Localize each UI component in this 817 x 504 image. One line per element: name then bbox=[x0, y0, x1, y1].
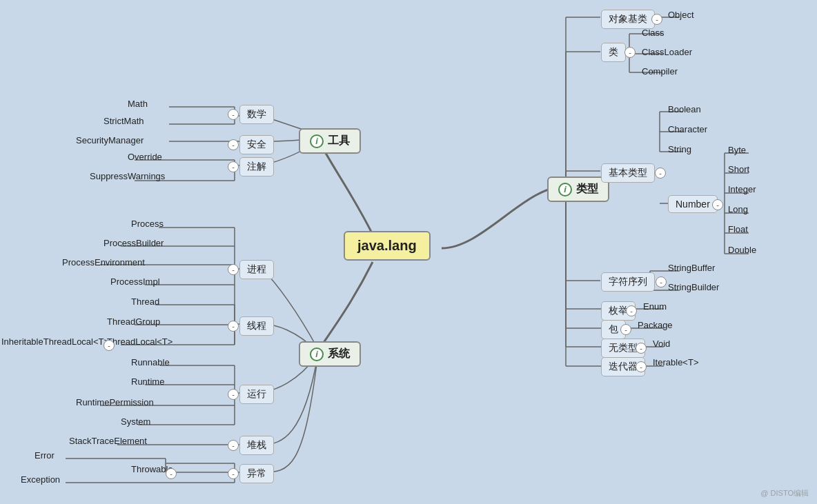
exception-group-node[interactable]: 异常 bbox=[239, 464, 274, 483]
classloader-leaf: ClassLoader bbox=[642, 47, 692, 57]
math-group-node[interactable]: 数学 bbox=[239, 105, 274, 124]
stringbuilder-leaf: StringBuilder bbox=[668, 282, 719, 292]
void-minus[interactable]: - bbox=[636, 341, 647, 354]
number-minus[interactable]: - bbox=[712, 198, 723, 210]
enum-minus[interactable]: - bbox=[626, 304, 637, 316]
override-leaf: Override bbox=[128, 152, 162, 162]
math-group-label: 数学 bbox=[247, 108, 266, 119]
class-minus[interactable]: - bbox=[624, 46, 636, 58]
left-main-1-label: 工具 bbox=[328, 134, 350, 148]
exception-group-label: 异常 bbox=[247, 467, 266, 478]
enum-leaf: Enum bbox=[643, 301, 667, 312]
threadlocal-leaf: ThreadLocal<T> bbox=[107, 336, 173, 347]
number-node[interactable]: Number bbox=[668, 195, 718, 213]
integer-leaf: Integer bbox=[728, 184, 756, 194]
stack-minus[interactable]: - bbox=[228, 439, 239, 451]
long-leaf: Long bbox=[728, 204, 748, 214]
object-leaf: Object bbox=[668, 10, 694, 20]
class-leaf: Class bbox=[642, 28, 665, 38]
compiler-leaf: Compiler bbox=[642, 66, 678, 77]
exception-leaf: Exception bbox=[21, 474, 60, 485]
center-node: java.lang bbox=[344, 231, 431, 261]
string-seq-node[interactable]: 字符序列 bbox=[601, 272, 655, 292]
void-leaf: Void bbox=[653, 339, 670, 349]
package-leaf: Package bbox=[638, 320, 673, 330]
thread-group-node[interactable]: 线程 bbox=[239, 316, 274, 336]
basic-type-label: 基本类型 bbox=[609, 167, 647, 178]
stacktraceelement-leaf: StackTraceElement bbox=[69, 436, 147, 446]
runnable-leaf: Runnable bbox=[131, 357, 170, 367]
byte-leaf: Byte bbox=[728, 145, 746, 155]
enum-label: 枚举 bbox=[609, 305, 628, 316]
center-label: java.lang bbox=[357, 238, 417, 253]
process-minus[interactable]: - bbox=[228, 263, 239, 275]
strictmath-leaf: StrictMath bbox=[104, 116, 144, 126]
watermark: @ DISTO编辑 bbox=[760, 488, 809, 498]
info-icon-2: i bbox=[310, 134, 324, 148]
security-group-label: 安全 bbox=[247, 139, 266, 150]
basic-type-node[interactable]: 基本类型 bbox=[601, 163, 655, 183]
runtime-leaf: Runtime bbox=[131, 376, 164, 387]
thread-minus[interactable]: - bbox=[228, 319, 239, 332]
right-main-label: 类型 bbox=[576, 182, 598, 196]
runtime-minus[interactable]: - bbox=[228, 387, 239, 400]
processenvironment-leaf: ProcessEnvironment bbox=[62, 257, 145, 268]
iterable-leaf: Iterable<T> bbox=[653, 357, 699, 367]
thread-leaf: Thread bbox=[131, 296, 159, 307]
runtime-group-node[interactable]: 运行 bbox=[239, 385, 274, 404]
inheritablethreadlocal-minus[interactable]: - bbox=[104, 339, 115, 351]
thread-group-label: 线程 bbox=[247, 320, 266, 331]
stack-group-node[interactable]: 堆栈 bbox=[239, 436, 274, 455]
annotation-group-node[interactable]: 注解 bbox=[239, 157, 274, 177]
package-minus[interactable]: - bbox=[620, 323, 631, 335]
stringbuffer-leaf: StringBuffer bbox=[668, 263, 715, 273]
number-label: Number bbox=[676, 199, 710, 210]
basic-type-minus[interactable]: - bbox=[655, 166, 666, 179]
throwable-minus[interactable]: - bbox=[166, 467, 177, 479]
string-leaf: String bbox=[668, 144, 691, 154]
string-seq-label: 字符序列 bbox=[609, 276, 647, 287]
obj-base-node[interactable]: 对象基类 bbox=[601, 10, 655, 29]
process-group-node[interactable]: 进程 bbox=[239, 260, 274, 279]
double-leaf: Double bbox=[728, 245, 756, 255]
runtime-group-label: 运行 bbox=[247, 388, 266, 399]
annotation-group-label: 注解 bbox=[247, 161, 266, 172]
process-group-label: 进程 bbox=[247, 263, 266, 274]
system-leaf: System bbox=[121, 416, 150, 427]
right-main-node[interactable]: i 类型 bbox=[547, 177, 609, 202]
string-seq-minus[interactable]: - bbox=[656, 275, 667, 288]
security-group-node[interactable]: 安全 bbox=[239, 135, 274, 154]
math-minus[interactable]: - bbox=[228, 108, 239, 120]
inheritablethreadlocal-leaf: InheritableThreadLocal<T> bbox=[1, 336, 109, 347]
package-label: 包 bbox=[609, 323, 618, 334]
runtimepermission-leaf: RuntimePermission bbox=[76, 397, 154, 407]
processbuilder-leaf: ProcessBuilder bbox=[104, 238, 164, 248]
security-minus[interactable]: - bbox=[228, 138, 239, 150]
obj-base-label: 对象基类 bbox=[609, 13, 647, 24]
annotation-minus[interactable]: - bbox=[228, 160, 239, 172]
short-leaf: Short bbox=[728, 164, 749, 174]
class-parent-node[interactable]: 类 bbox=[601, 43, 626, 62]
suppresswarnings-leaf: SuppressWarnings bbox=[90, 171, 165, 181]
float-leaf: Float bbox=[728, 224, 748, 234]
iterator-minus[interactable]: - bbox=[636, 360, 647, 372]
info-icon-3: i bbox=[310, 347, 324, 361]
boolean-leaf: Boolean bbox=[668, 104, 701, 114]
left-main-1-node[interactable]: i 工具 bbox=[299, 128, 361, 154]
process-leaf: Process bbox=[131, 219, 164, 229]
stack-group-label: 堆栈 bbox=[247, 439, 266, 450]
exception-minus[interactable]: - bbox=[228, 467, 239, 479]
void-label: 无类型 bbox=[609, 342, 638, 353]
iterator-label: 迭代器 bbox=[609, 361, 638, 372]
processimpl-leaf: ProcessImpl bbox=[110, 276, 160, 287]
securitymanager-leaf: SecurityManager bbox=[76, 135, 144, 145]
info-icon: i bbox=[558, 183, 572, 196]
math-leaf: Math bbox=[128, 99, 148, 109]
class-parent-label: 类 bbox=[609, 46, 618, 57]
left-main-2-label: 系统 bbox=[328, 347, 350, 361]
obj-base-minus[interactable]: - bbox=[651, 12, 662, 25]
character-leaf: Character bbox=[668, 124, 707, 134]
threadgroup-leaf: ThreadGroup bbox=[107, 316, 160, 327]
error-leaf: Error bbox=[35, 450, 55, 461]
left-main-2-node[interactable]: i 系统 bbox=[299, 341, 361, 367]
